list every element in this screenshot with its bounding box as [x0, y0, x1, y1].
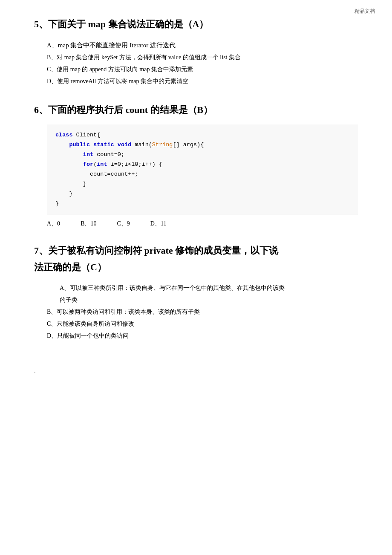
- code-line-2: public static void main(String[] args){: [55, 140, 349, 150]
- q5-option-b: B、对 map 集合使用 keySet 方法，会得到所有 value 的值组成一…: [47, 52, 358, 64]
- footer-dot: .: [34, 367, 358, 374]
- q7-option-a: A、可以被三种类所引用：该类自身、与它在同一个包中的其他类、在其他包中的该类的子…: [60, 282, 358, 306]
- q5-option-c: C、使用 map 的 append 方法可以向 map 集合中添加元素: [47, 64, 358, 75]
- q5-title: 5、下面关于 map 集合说法正确的是（A）: [34, 17, 358, 31]
- code-line-3: int count=0;: [55, 150, 349, 160]
- q5-options: A、map 集合中不能直接使用 Iterator 进行迭代 B、对 map 集合…: [47, 39, 358, 87]
- q6-answer-b: B、10: [81, 220, 96, 228]
- q5-option-d: D、使用 removeAll 方法可以将 map 集合中的元素清空: [47, 75, 358, 87]
- q7-options: A、可以被三种类所引用：该类自身、与它在同一个包中的其他类、在其他包中的该类的子…: [47, 282, 358, 342]
- code-line-5: count=count++;: [55, 170, 349, 179]
- q6-answer-a: A、0: [47, 220, 60, 228]
- code-line-7: }: [55, 189, 349, 199]
- q7-title: 7、关于被私有访问控制符 private 修饰的成员变量，以下说: [34, 243, 358, 258]
- q5-option-a: A、map 集合中不能直接使用 Iterator 进行迭代: [47, 39, 358, 52]
- code-line-4: for(int i=0;i<10;i++) {: [55, 160, 349, 170]
- q7-title-cont: 法正确的是（C）: [34, 260, 358, 275]
- q6-answer-d: D、11: [150, 220, 167, 228]
- question-5: 5、下面关于 map 集合说法正确的是（A） A、map 集合中不能直接使用 I…: [34, 17, 358, 87]
- q6-answer-c: C、9: [117, 220, 130, 228]
- code-line-1: class Client{: [55, 130, 349, 140]
- q6-answer-options: A、0 B、10 C、9 D、11: [47, 220, 358, 228]
- question-7: 7、关于被私有访问控制符 private 修饰的成员变量，以下说 法正确的是（C…: [34, 243, 358, 342]
- code-line-8: }: [55, 199, 349, 209]
- q7-option-c: C、只能被该类自身所访问和修改: [47, 318, 358, 330]
- q6-code: class Client{ public static void main(St…: [47, 124, 358, 215]
- watermark: 精品文档: [355, 8, 375, 15]
- q6-title: 6、下面的程序执行后 count 的结果是（B）: [34, 103, 358, 117]
- code-line-6: }: [55, 179, 349, 189]
- question-6: 6、下面的程序执行后 count 的结果是（B） class Client{ p…: [34, 103, 358, 228]
- q7-option-d: D、只能被同一个包中的类访问: [47, 330, 358, 342]
- q7-option-b: B、可以被两种类访问和引用：该类本身、该类的所有子类: [47, 306, 358, 318]
